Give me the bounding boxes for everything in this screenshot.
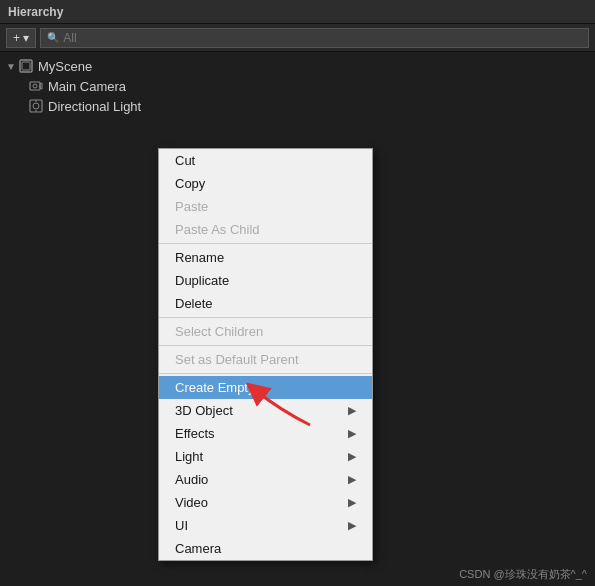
- watermark: CSDN @珍珠没有奶茶^_^: [459, 567, 587, 582]
- menu-item-delete[interactable]: Delete: [159, 292, 372, 315]
- camera-icon: [28, 78, 44, 94]
- submenu-arrow-light: ▶: [348, 450, 356, 463]
- svg-point-4: [33, 84, 37, 88]
- add-button[interactable]: + ▾: [6, 28, 36, 48]
- panel-header: Hierarchy: [0, 0, 595, 24]
- search-bar: 🔍: [40, 28, 589, 48]
- divider-2: [159, 317, 372, 318]
- scene-label: MyScene: [38, 59, 92, 74]
- main-camera-item[interactable]: Main Camera: [0, 76, 595, 96]
- divider-3: [159, 345, 372, 346]
- menu-item-set-default-parent: Set as Default Parent: [159, 348, 372, 371]
- divider-4: [159, 373, 372, 374]
- menu-item-copy[interactable]: Copy: [159, 172, 372, 195]
- svg-rect-2: [30, 82, 40, 90]
- menu-item-paste-as-child: Paste As Child: [159, 218, 372, 241]
- menu-item-3d-object[interactable]: 3D Object ▶: [159, 399, 372, 422]
- menu-item-create-empty[interactable]: Create Empty: [159, 376, 372, 399]
- main-camera-label: Main Camera: [48, 79, 126, 94]
- submenu-arrow-3d: ▶: [348, 404, 356, 417]
- menu-item-ui[interactable]: UI ▶: [159, 514, 372, 537]
- menu-item-effects[interactable]: Effects ▶: [159, 422, 372, 445]
- panel-toolbar: + ▾ 🔍: [0, 24, 595, 52]
- menu-item-paste: Paste: [159, 195, 372, 218]
- search-input[interactable]: [63, 31, 582, 45]
- menu-item-light[interactable]: Light ▶: [159, 445, 372, 468]
- menu-item-audio[interactable]: Audio ▶: [159, 468, 372, 491]
- submenu-arrow-video: ▶: [348, 496, 356, 509]
- scene-icon: [18, 58, 34, 74]
- svg-rect-1: [22, 62, 30, 70]
- submenu-arrow-audio: ▶: [348, 473, 356, 486]
- menu-item-rename[interactable]: Rename: [159, 246, 372, 269]
- directional-light-item[interactable]: Directional Light: [0, 96, 595, 116]
- panel-title: Hierarchy: [8, 5, 63, 19]
- menu-item-camera[interactable]: Camera: [159, 537, 372, 560]
- context-menu: Cut Copy Paste Paste As Child Rename Dup…: [158, 148, 373, 561]
- expand-arrow: ▼: [4, 61, 18, 72]
- menu-item-duplicate[interactable]: Duplicate: [159, 269, 372, 292]
- search-icon: 🔍: [47, 32, 59, 43]
- svg-point-6: [33, 103, 39, 109]
- menu-item-cut[interactable]: Cut: [159, 149, 372, 172]
- svg-marker-3: [40, 83, 42, 89]
- menu-item-select-children: Select Children: [159, 320, 372, 343]
- directional-light-label: Directional Light: [48, 99, 141, 114]
- light-icon: [28, 98, 44, 114]
- divider-1: [159, 243, 372, 244]
- scene-root-item[interactable]: ▼ MyScene: [0, 56, 595, 76]
- submenu-arrow-ui: ▶: [348, 519, 356, 532]
- submenu-arrow-effects: ▶: [348, 427, 356, 440]
- menu-item-video[interactable]: Video ▶: [159, 491, 372, 514]
